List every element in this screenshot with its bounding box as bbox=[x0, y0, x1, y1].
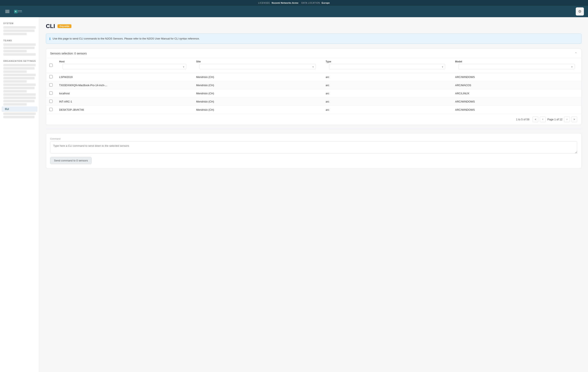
row-checkbox-0[interactable] bbox=[49, 75, 52, 78]
sensors-section: Sensors selection: 0 sensors ⌃ Host bbox=[46, 49, 581, 125]
data-location-value: Europe bbox=[322, 2, 330, 4]
row-model-cell: ARC/WINDOWS bbox=[452, 73, 581, 81]
sidebar-blur-item bbox=[3, 50, 27, 52]
type-label: Type bbox=[326, 60, 331, 63]
select-all-checkbox[interactable] bbox=[49, 64, 52, 67]
info-text: Use this page to send CLI commands to th… bbox=[52, 37, 200, 41]
row-site-cell: Mendrisio (CH) bbox=[193, 81, 322, 89]
licensee-value: Nozomi Networks Acme bbox=[272, 2, 298, 4]
org-wide-badge: Org-wide bbox=[57, 24, 71, 28]
sidebar-blur-item bbox=[3, 70, 27, 73]
pagination-next-button[interactable]: › bbox=[564, 117, 570, 122]
page-header: CLI Org-wide bbox=[46, 23, 581, 30]
app-layout: System Teams Organization settings CLI C… bbox=[0, 17, 588, 372]
pagination-range: 1 to 5 of 59 bbox=[516, 118, 529, 121]
sidebar-blur-item bbox=[3, 116, 35, 118]
row-model-cell: ARC/LINUX bbox=[452, 89, 581, 98]
sidebar-blur-item bbox=[3, 26, 36, 29]
row-site-cell: Mendrisio (CH) bbox=[193, 106, 322, 114]
row-site-cell: Mendrisio (CH) bbox=[193, 89, 322, 98]
collapse-sensors-button[interactable]: ⌃ bbox=[575, 52, 577, 55]
row-type-cell: arc bbox=[322, 98, 452, 106]
pagination-row: 1 to 5 of 59 « ‹ Page 1 of 12 › » bbox=[46, 114, 581, 125]
row-checkbox-1[interactable] bbox=[49, 83, 52, 86]
data-location-label: DATA LOCATION bbox=[301, 2, 320, 4]
sidebar-blur-item bbox=[3, 67, 35, 70]
sidebar-section-system: System bbox=[0, 21, 39, 25]
sidebar-section-teams: Teams bbox=[0, 38, 39, 43]
model-filter-wrap: ▼ bbox=[455, 63, 578, 71]
hamburger-menu-button[interactable] bbox=[4, 9, 11, 14]
row-host-cell: INT-ARC-1 bbox=[56, 98, 193, 106]
type-column-header: Type ▼ bbox=[322, 58, 452, 73]
row-site-cell: Mendrisio (CH) bbox=[193, 73, 322, 81]
site-column-header: Site ▼ bbox=[193, 58, 322, 73]
page-indicator: Page 1 of 12 bbox=[547, 118, 562, 121]
sidebar-blur-item bbox=[3, 33, 27, 35]
sidebar-blur-item bbox=[3, 30, 35, 32]
row-type-cell: arc bbox=[322, 89, 452, 98]
row-checkbox-2[interactable] bbox=[49, 91, 52, 95]
sensor-table-body: LSPW2019 Mendrisio (CH) arc ARC/WINDOWS … bbox=[46, 73, 581, 114]
row-model-cell: ARC/WINDOWS bbox=[452, 106, 581, 114]
sidebar-item-cli[interactable]: CLI bbox=[2, 106, 37, 112]
settings-gear-button[interactable]: ⚙ bbox=[576, 7, 584, 16]
site-label: Site bbox=[196, 60, 201, 63]
sidebar-blur-item bbox=[3, 84, 36, 86]
row-checkbox-4[interactable] bbox=[49, 108, 52, 111]
sidebar: System Teams Organization settings CLI bbox=[0, 17, 39, 372]
top-bar: LICENSEE Nozomi Networks Acme DATA LOCAT… bbox=[0, 0, 588, 6]
host-label: Host bbox=[59, 60, 65, 63]
sensors-count: Sensors selection: 0 sensors bbox=[50, 52, 87, 55]
sidebar-section-org: Organization settings bbox=[0, 58, 39, 63]
info-icon: ℹ bbox=[49, 37, 51, 41]
table-header: Host ▼ Site bbox=[46, 58, 581, 73]
site-filter-input[interactable] bbox=[200, 64, 316, 69]
sidebar-blur-item bbox=[3, 80, 27, 83]
row-checkbox-3[interactable] bbox=[49, 100, 52, 103]
pagination-first-button[interactable]: « bbox=[533, 117, 538, 122]
row-model-cell: ARC/MACOS bbox=[452, 81, 581, 89]
info-banner: ℹ Use this page to send CLI commands to … bbox=[46, 33, 581, 44]
send-command-button[interactable]: Send command to 0 sensors bbox=[50, 157, 92, 164]
row-type-cell: arc bbox=[322, 73, 452, 81]
hamburger-line bbox=[5, 11, 10, 12]
row-select-cell bbox=[46, 73, 56, 81]
sensor-table: Host ▼ Site bbox=[46, 58, 581, 114]
row-host-cell: TX03DXWXQN-MacBook-Pro-14-inch-... bbox=[56, 81, 193, 89]
header-left: N NOZOMI NETWORKS bbox=[4, 7, 22, 16]
row-site-cell: Mendrisio (CH) bbox=[193, 98, 322, 106]
sidebar-blur-item bbox=[3, 96, 36, 99]
header-nav: N NOZOMI NETWORKS ⚙ bbox=[0, 6, 588, 17]
command-textarea[interactable] bbox=[50, 141, 577, 153]
host-column-header: Host ▼ bbox=[56, 58, 193, 73]
svg-text:NOZOMI: NOZOMI bbox=[18, 10, 22, 11]
row-host-cell: localhost bbox=[56, 89, 193, 98]
host-filter-wrap: ▼ bbox=[59, 63, 190, 71]
row-host-cell: DESKTOP-JBVKT46 bbox=[56, 106, 193, 114]
table-row: LSPW2019 Mendrisio (CH) arc ARC/WINDOWS bbox=[46, 73, 581, 81]
row-type-cell: arc bbox=[322, 106, 452, 114]
hamburger-line bbox=[5, 12, 10, 13]
table-row: INT-ARC-1 Mendrisio (CH) arc ARC/WINDOWS bbox=[46, 98, 581, 106]
host-filter-input[interactable] bbox=[63, 64, 186, 69]
type-filter-wrap: ▼ bbox=[326, 63, 449, 71]
sidebar-blur-item bbox=[3, 90, 27, 93]
row-host-cell: LSPW2019 bbox=[56, 73, 193, 81]
type-filter-input[interactable] bbox=[329, 64, 445, 69]
row-type-cell: arc bbox=[322, 81, 452, 89]
sidebar-blur-item bbox=[3, 87, 35, 89]
command-label: Command bbox=[50, 138, 577, 140]
model-column-header: Model ▼ bbox=[452, 58, 581, 73]
row-model-cell: ARC/WINDOWS bbox=[452, 98, 581, 106]
svg-text:N: N bbox=[15, 11, 16, 12]
pagination-prev-button[interactable]: ‹ bbox=[540, 117, 546, 122]
nozomi-logo: N NOZOMI NETWORKS bbox=[14, 7, 22, 16]
sidebar-blur-item bbox=[3, 100, 35, 102]
pagination-last-button[interactable]: » bbox=[571, 117, 577, 122]
gear-icon: ⚙ bbox=[578, 9, 581, 14]
model-filter-input[interactable] bbox=[458, 64, 575, 69]
row-select-cell bbox=[46, 89, 56, 98]
table-row: TX03DXWXQN-MacBook-Pro-14-inch-... Mendr… bbox=[46, 81, 581, 89]
table-row: DESKTOP-JBVKT46 Mendrisio (CH) arc ARC/W… bbox=[46, 106, 581, 114]
